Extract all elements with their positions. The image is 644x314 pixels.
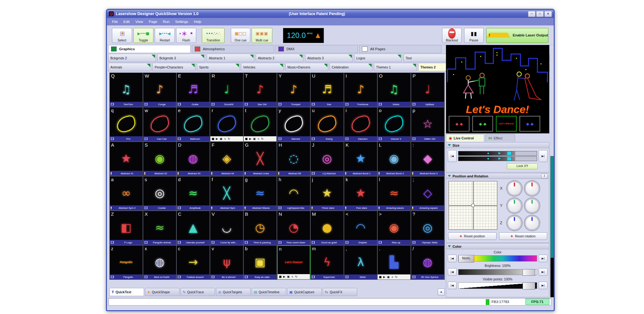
visible-points-min-button[interactable]: |◀ <box>448 282 457 289</box>
tab-quicktext[interactable]: TQuickText <box>109 288 144 296</box>
position-pad[interactable] <box>448 181 497 230</box>
menu-help[interactable]: Help <box>192 19 204 24</box>
tab-quickfx[interactable]: fxQuickFX <box>323 288 357 296</box>
category-tab-bckgrnds-3[interactable]: Bckgrnds 3 <box>157 54 205 62</box>
category-tab-themes-1[interactable]: Themes 1 <box>374 63 417 71</box>
category-tab-people-characters[interactable]: People+Characters <box>153 63 196 71</box>
play-icon[interactable]: ▶ <box>283 275 286 278</box>
cue-cell-glitter-girl[interactable]: p☆Glitter Girl <box>411 107 444 142</box>
cue-cell-abstract-43[interactable]: D◍Abstract 43 <box>176 142 210 176</box>
color-min-button[interactable]: |◀ <box>448 255 457 262</box>
cue-cell-best-on-earth[interactable]: x◍Best on Earth <box>143 245 176 280</box>
close-button[interactable]: × <box>544 11 552 17</box>
cue-cell-easy-as-cake[interactable]: b▣Easy as cake <box>243 245 277 280</box>
position-z-knob[interactable] <box>508 216 521 230</box>
cue-cell-amazing-waves[interactable]: l≈Amazing waves <box>377 176 411 211</box>
category-tab-bckgrnds-2[interactable]: Bckgrnds 2 <box>108 54 156 62</box>
cue-cell-amplitude[interactable]: d≈Amplitude <box>176 176 210 211</box>
play-icon[interactable]: ▶ <box>383 275 386 279</box>
cue-cell-cookie[interactable]: s◎Cookie <box>143 176 176 211</box>
cue-cell-be-a-winner[interactable]: vψBe a winner! <box>210 245 243 280</box>
cue-cell-guitar[interactable]: E♬Guitar <box>176 73 210 107</box>
move-icon[interactable]: + <box>291 275 294 278</box>
laser-preview[interactable]: Let's Dance! ◆ ◆◆ ◆Let's Dance!◆ ◆ <box>446 45 549 133</box>
color-slider[interactable]: Norm. <box>458 255 537 262</box>
info-button[interactable]: i <box>541 174 547 178</box>
tab-effect[interactable]: ⋈Effect <box>486 134 515 142</box>
cue-cell-key-1-3[interactable]: r■▶▣+↻ <box>210 107 243 142</box>
size-x-slider[interactable] <box>458 151 537 156</box>
title-bar[interactable]: Q Lasershow Designer QuickShow Version 1… <box>107 10 554 18</box>
maximize-button[interactable]: □ <box>536 11 544 17</box>
tab-live-control[interactable]: ◉Live Control <box>446 134 484 142</box>
cue-cell-rise-up[interactable]: >◉Rise up <box>377 211 411 245</box>
color-header[interactable]: Color <box>446 244 549 249</box>
restart-button[interactable]: Restart <box>155 28 175 43</box>
toggle-button[interactable]: Toggle <box>133 28 153 43</box>
preview-thumb-4[interactable]: ◆ ◆ <box>519 116 540 132</box>
cue-cell-five-stars[interactable]: k★Five stars <box>344 176 377 211</box>
cue-cell-abstract-42[interactable]: S◉Abstract 42 <box>143 142 176 176</box>
stop-icon[interactable]: ■ <box>279 275 282 278</box>
cue-cell-fastest-around[interactable]: c→Fastest around <box>176 245 210 280</box>
collapse-tools-button[interactable]: ▲ <box>438 289 445 295</box>
cue-cell-tomtom[interactable]: Q♫TomTom <box>109 73 143 107</box>
category-tab-text[interactable]: Text <box>403 54 451 62</box>
cue-cell-superman[interactable]: mϟSuperman <box>310 245 344 280</box>
menu-edit[interactable]: Edit <box>121 19 132 24</box>
blackout-button[interactable]: Blackout <box>442 28 462 43</box>
cue-cell-conga[interactable]: W♪Conga <box>143 73 176 107</box>
position-marker[interactable] <box>471 203 475 208</box>
cue-cell-abstract-41[interactable]: A★Abstract 41 <box>109 142 143 176</box>
save-icon[interactable]: ▣ <box>253 137 256 140</box>
cue-cell-ballroom[interactable]: eBallroom <box>176 107 210 142</box>
position-rotation-header[interactable]: Position and Rotation i <box>446 173 549 179</box>
cue-cell-pangolin-animal[interactable]: X≈Pangolin animal <box>143 211 176 245</box>
cue-cell-abstract-sym[interactable]: f╳Abstract Sym <box>210 176 243 211</box>
menu-file[interactable]: File <box>109 19 120 24</box>
visible-points-thumb[interactable] <box>523 282 535 290</box>
multi-cue-button[interactable]: Multi cue <box>252 28 272 43</box>
cue-cell-amazing-square[interactable]: ;◇Amazing square <box>411 176 444 211</box>
cue-cell-key-5-8[interactable]: .▙■▶▣+↻ <box>377 245 411 280</box>
cue-cell-sax[interactable]: U♬Sax <box>310 73 344 107</box>
master-fader[interactable] <box>550 156 554 297</box>
cue-cell-three-stars[interactable]: j★Three stars <box>310 176 344 211</box>
cue-cell-good-as-gold[interactable]: M●Good as gold! <box>310 211 344 245</box>
cue-cell-key-1-4[interactable]: t■▶▣+↻ <box>243 107 277 142</box>
cue-cell-sax-girl[interactable]: T♪Sax Girl <box>243 73 277 107</box>
size-y-thumb[interactable] <box>507 157 512 161</box>
bpm-display[interactable]: 120.0BPM <box>283 28 324 43</box>
transition-button[interactable]: Transition <box>202 28 225 43</box>
select-button[interactable]: Select <box>112 28 132 43</box>
cue-cell-time-is-passing[interactable]: B◷Time is passing <box>243 211 277 245</box>
brightness-thumb[interactable] <box>523 269 535 276</box>
play-icon[interactable]: ▶ <box>216 137 218 140</box>
tab-quicktargets[interactable]: ◎QuickTargets <box>216 288 251 296</box>
cue-cell-trombone[interactable]: I♪Trombone <box>344 73 377 107</box>
size-max-button[interactable]: ▶| <box>539 150 547 162</box>
cue-cell-p-logo[interactable]: Z◧P Logo <box>109 211 143 245</box>
position-y-knob[interactable] <box>508 199 521 213</box>
rotate-icon[interactable]: ↻ <box>261 137 264 140</box>
rotate-icon[interactable]: ↻ <box>228 137 230 140</box>
save-icon[interactable]: ▣ <box>219 137 222 140</box>
cue-cell-time-count-down[interactable]: N◔Time count down <box>277 211 310 245</box>
cue-cell-lightspeed-abs[interactable]: h◠Lightspeed Abs <box>277 176 310 211</box>
menu-view[interactable]: View <box>133 19 146 24</box>
rotate-icon[interactable]: ↻ <box>295 275 298 278</box>
stop-icon[interactable]: ■ <box>212 137 214 140</box>
rotation-z-knob[interactable] <box>525 216 539 230</box>
category-tab-celebration[interactable]: Celebration <box>330 63 373 71</box>
menu-page[interactable]: Page <box>146 19 160 24</box>
cue-cell-trumpet[interactable]: Y♪Trumpet <box>277 73 310 107</box>
stop-icon[interactable]: ■ <box>245 137 248 140</box>
minimize-button[interactable]: ─ <box>528 11 536 17</box>
cue-cell-abstract-lines[interactable]: G╳Abstract Lines <box>243 142 277 176</box>
cue-cell-swing[interactable]: uSwing <box>310 107 344 142</box>
brightness-slider[interactable] <box>458 269 537 275</box>
cue-cell-come-fly-with[interactable]: V◡Come fly with... <box>210 211 243 245</box>
preview-thumb-3[interactable]: Let's Dance! <box>496 116 517 132</box>
tab-quickcapture[interactable]: ▣QuickCapture <box>287 288 322 296</box>
flash-button[interactable]: Flash <box>176 28 196 43</box>
